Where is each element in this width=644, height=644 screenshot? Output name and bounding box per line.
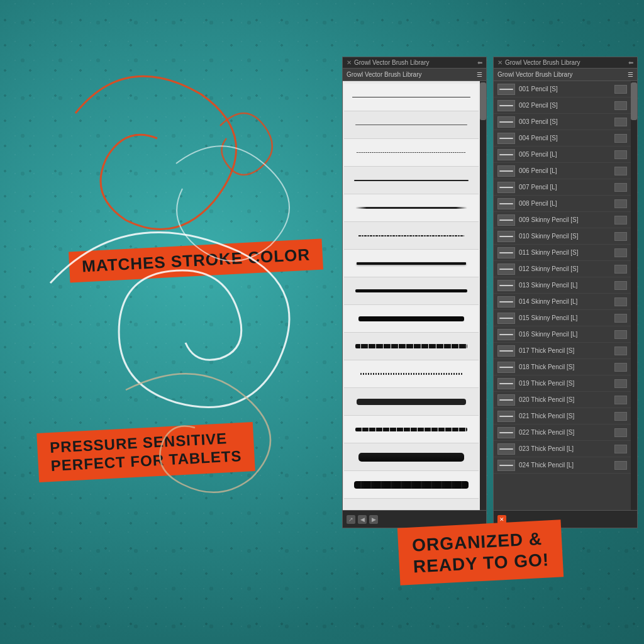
brush-stroke-row[interactable] — [344, 416, 479, 443]
close-icon-right[interactable]: ✕ — [497, 59, 502, 66]
left-panel-title: Growl Vector Brush Library — [354, 59, 430, 66]
brush-item-name: 020 Thick Pencil [S] — [519, 396, 611, 403]
brush-list-item[interactable]: 002 Pencil [S] — [494, 97, 631, 114]
right-panel: ✕ Growl Vector Brush Library ⬅ Growl Vec… — [493, 57, 638, 528]
brush-item-name: 007 Pencil [L] — [519, 184, 611, 191]
brush-list: 001 Pencil [S]002 Pencil [S]003 Pencil [… — [494, 81, 631, 510]
collapse-icon[interactable]: ⬅ — [477, 59, 482, 66]
brush-item-preview-icon — [614, 199, 627, 208]
brush-item-name: 001 Pencil [S] — [519, 86, 611, 92]
right-panel-scrollbar[interactable] — [631, 81, 637, 510]
right-panel-titlebar: ✕ Growl Vector Brush Library ⬅ — [494, 57, 637, 69]
brush-thumbnail — [497, 378, 515, 389]
brush-list-item[interactable]: 023 Thick Pencil [L] — [494, 441, 631, 457]
brush-list-item[interactable]: 010 Skinny Pencil [S] — [494, 228, 631, 245]
brush-list-item[interactable]: 021 Thick Pencil [S] — [494, 408, 631, 425]
brush-item-preview-icon — [614, 363, 627, 372]
brush-list-item[interactable]: 006 Pencil [L] — [494, 163, 631, 179]
brush-thumbnail — [497, 214, 515, 226]
right-panel-header: Growl Vector Brush Library ☰ — [494, 69, 637, 81]
brush-item-name: 021 Thick Pencil [S] — [519, 413, 611, 419]
brush-thumbnail — [497, 427, 515, 438]
brush-preview-scroll-area — [343, 81, 486, 510]
brush-stroke-row[interactable] — [344, 305, 479, 333]
brush-thumbnail — [497, 116, 515, 128]
brush-list-item[interactable]: 020 Thick Pencil [S] — [494, 392, 631, 408]
brush-list-item[interactable]: 022 Thick Pencil [S] — [494, 425, 631, 441]
brush-item-preview-icon — [614, 396, 627, 404]
brush-stroke-row[interactable] — [344, 194, 479, 222]
brush-item-name: 006 Pencil [L] — [519, 167, 611, 174]
brush-thumbnail — [497, 411, 515, 422]
brush-stroke-row[interactable] — [344, 277, 479, 305]
brush-item-name: 014 Skinny Pencil [L] — [519, 298, 611, 305]
brush-stroke-row[interactable] — [344, 333, 479, 360]
brush-thumbnail — [497, 84, 515, 95]
brush-thumbnail — [497, 394, 515, 406]
brush-item-preview-icon — [614, 232, 627, 241]
brush-stroke-row[interactable] — [344, 84, 479, 111]
brush-list-item[interactable]: 012 Skinny Pencil [S] — [494, 261, 631, 277]
brush-item-preview-icon — [614, 379, 627, 388]
brush-item-preview-icon — [614, 445, 627, 453]
brush-item-name: 009 Skinny Pencil [S] — [519, 216, 611, 223]
collapse-icon-right[interactable]: ⬅ — [628, 59, 633, 66]
brush-thumbnail — [497, 313, 515, 324]
brush-item-name: 005 Pencil [L] — [519, 151, 611, 158]
brush-stroke-row[interactable] — [344, 222, 479, 250]
brush-thumbnail — [497, 182, 515, 193]
brush-thumbnail — [497, 149, 515, 160]
footer-icon-3[interactable]: ▶ — [369, 515, 378, 524]
footer-icon-2[interactable]: ◀ — [358, 515, 367, 524]
brush-stroke-row[interactable] — [344, 250, 479, 277]
brush-stroke-row[interactable] — [344, 388, 479, 416]
brush-list-item[interactable]: 005 Pencil [L] — [494, 147, 631, 163]
right-scrollbar-thumb[interactable] — [631, 82, 637, 120]
brush-list-item[interactable]: 019 Thick Pencil [S] — [494, 375, 631, 392]
brush-list-item[interactable]: 024 Thick Pencil [L] — [494, 457, 631, 474]
brush-list-item[interactable]: 007 Pencil [L] — [494, 179, 631, 196]
brush-item-preview-icon — [614, 167, 627, 175]
brush-list-item[interactable]: 011 Skinny Pencil [S] — [494, 245, 631, 261]
brush-stroke-row[interactable] — [344, 471, 479, 499]
brush-list-item[interactable]: 016 Skinny Pencil [L] — [494, 326, 631, 343]
brush-item-name: 008 Pencil [L] — [519, 200, 611, 207]
brush-list-item[interactable]: 009 Skinny Pencil [S] — [494, 212, 631, 228]
brush-list-item[interactable]: 008 Pencil [L] — [494, 196, 631, 212]
brush-stroke-row[interactable] — [344, 360, 479, 388]
brush-item-preview-icon — [614, 330, 627, 339]
brush-list-item[interactable]: 013 Skinny Pencil [L] — [494, 277, 631, 294]
brush-list-item[interactable]: 001 Pencil [S] — [494, 81, 631, 97]
brush-stroke-row[interactable] — [344, 167, 479, 194]
banner-organized: ORGANIZED & READY TO GO! — [397, 519, 564, 586]
scrollbar-thumb[interactable] — [480, 82, 486, 120]
brush-stroke-row[interactable] — [344, 139, 479, 167]
brush-item-preview-icon — [614, 150, 627, 159]
brush-item-preview-icon — [614, 314, 627, 323]
panel-menu-icon-right[interactable]: ☰ — [628, 71, 633, 78]
brush-list-item[interactable]: 018 Thick Pencil [S] — [494, 359, 631, 375]
brush-thumbnail — [497, 443, 515, 455]
brush-thumbnail — [497, 100, 515, 111]
brush-item-preview-icon — [614, 461, 627, 470]
brush-list-item[interactable]: 017 Thick Pencil [S] — [494, 343, 631, 359]
brush-list-item[interactable]: 015 Skinny Pencil [L] — [494, 310, 631, 326]
left-panel-scrollbar[interactable] — [480, 81, 486, 510]
brush-list-item[interactable]: 003 Pencil [S] — [494, 114, 631, 130]
brush-item-name: 015 Skinny Pencil [L] — [519, 314, 611, 321]
brush-stroke-row[interactable] — [344, 443, 479, 471]
footer-icon-1[interactable]: ↗ — [347, 515, 355, 524]
brush-list-item[interactable]: 004 Pencil [S] — [494, 130, 631, 147]
brush-stroke-row[interactable] — [344, 111, 479, 139]
panel-menu-icon[interactable]: ☰ — [477, 71, 482, 78]
brush-item-name: 002 Pencil [S] — [519, 102, 611, 109]
brush-item-name: 016 Skinny Pencil [L] — [519, 331, 611, 338]
brush-item-preview-icon — [614, 216, 627, 225]
brush-item-preview-icon — [614, 134, 627, 143]
brush-list-item[interactable]: 014 Skinny Pencil [L] — [494, 294, 631, 310]
brush-thumbnail — [497, 280, 515, 291]
left-panel: ✕ Growl Vector Brush Library ⬅ Growl Vec… — [342, 57, 487, 528]
close-icon[interactable]: ✕ — [347, 59, 352, 66]
brush-item-preview-icon — [614, 118, 627, 126]
brush-item-name: 013 Skinny Pencil [L] — [519, 282, 611, 289]
